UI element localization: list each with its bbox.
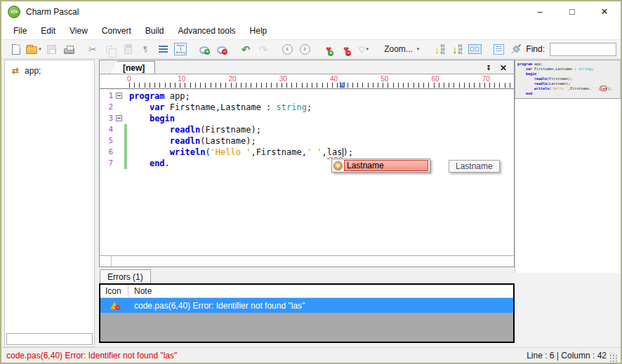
open-file-button[interactable]: ▾ [26, 41, 41, 57]
navigate-forward-button[interactable]: › [297, 41, 312, 57]
add-favorite-button[interactable]: ♥+ [321, 41, 336, 57]
binary-download-green-icon: ↓01 10 01 [452, 44, 463, 55]
status-bar: code.pas(6,40) Error: Identifier not fou… [1, 347, 621, 363]
title-bar: </> Charm Pascal – □ ✕ [1, 1, 621, 22]
errors-tab-bar: Errors (1) [99, 267, 515, 283]
tab-list-dropdown-icon[interactable]: ▾▾ [487, 65, 490, 71]
column-header-note[interactable]: Note [128, 286, 152, 296]
editor-column: [new] ▾▾ ✕ 010203040506070 1program app;… [99, 60, 515, 347]
region-fold-button[interactable]: RegionBending [173, 41, 188, 57]
menu-bar: FileEditViewConvertBuildAdvanced toolsHe… [1, 22, 621, 39]
extract-binary-button[interactable]: ↓01 10 01 [449, 41, 465, 57]
undo-button[interactable]: ↶ [238, 41, 253, 57]
close-tab-icon[interactable]: ✕ [500, 65, 507, 72]
menu-item[interactable]: View [62, 24, 95, 38]
pilcrow-icon: ¶ [143, 45, 147, 53]
menu-item[interactable]: Build [138, 24, 171, 38]
todo-list-button[interactable] [491, 41, 506, 57]
column-header-icon[interactable]: Icon [100, 285, 128, 297]
save-button[interactable] [44, 41, 59, 57]
new-file-button[interactable] [8, 41, 24, 57]
insert-binary-button[interactable]: ↓01 10 01 [432, 41, 447, 57]
editor-tab-bar: [new] ▾▾ ✕ [100, 60, 514, 74]
console-panel-button[interactable] [467, 41, 482, 57]
copy-button[interactable] [102, 41, 118, 57]
editor-horizontal-scrollbar[interactable] [100, 255, 514, 267]
cut-button[interactable]: ✂ [85, 41, 100, 57]
code-editor[interactable]: 1program app;2 var Firstname,Lastname : … [100, 89, 514, 255]
code-line: 5 readln(Lastname); [100, 135, 514, 147]
comment-add-icon: + [199, 46, 209, 54]
comment-remove-icon: − [217, 46, 227, 54]
close-button[interactable]: ✕ [588, 1, 621, 22]
errors-table: Icon Note code.pas(6,40) Error: Identifi… [99, 283, 515, 343]
code-line: program app; [517, 62, 620, 67]
dropdown-arrow-icon: ▾ [39, 46, 41, 52]
code-line: 3 begin [100, 113, 514, 124]
code-line: end. [517, 91, 620, 96]
program-node-icon: ⇄ [12, 66, 19, 76]
tab-new[interactable]: [new] [110, 61, 155, 74]
todo-list-icon [494, 44, 504, 55]
show-paragraph-marks-button[interactable]: ¶ [138, 41, 153, 57]
code-minimap[interactable]: program app; var Firstname,Lastname : st… [515, 60, 621, 99]
ruler-ticks [129, 83, 512, 88]
syringe-icon [510, 43, 522, 55]
code-line: writeln('Hello ',Firstname,' ',las); [517, 86, 620, 91]
print-button[interactable] [61, 41, 77, 57]
code-line: var Firstname,Lastname : string; [517, 67, 620, 72]
heart-add-icon: ♥+ [326, 44, 331, 54]
find-label: Find: [526, 44, 545, 54]
open-folder-icon [26, 46, 37, 54]
format-lines-button[interactable] [155, 41, 171, 57]
toolbar: ▾ ✂ ¶ RegionBending + − ↶ ↷ ‹ › ♥+ ♥− ♥▾… [1, 39, 621, 59]
warning-icon [110, 302, 119, 309]
save-icon [47, 45, 56, 54]
remove-favorite-button[interactable]: ♥− [338, 41, 354, 57]
redo-button[interactable]: ↷ [256, 41, 271, 57]
minimize-button[interactable]: – [524, 1, 556, 22]
new-file-icon [12, 44, 20, 55]
project-tree: ⇄ app; [5, 60, 94, 79]
menu-item[interactable]: Edit [34, 24, 62, 38]
minimap-panel: program app; var Firstname,Lastname : st… [515, 60, 621, 347]
ruler-number: 10 [178, 75, 185, 83]
panel-filler [515, 273, 621, 347]
column-ruler: 010203040506070 [100, 74, 514, 89]
favorites-menu-button[interactable]: ♥▾ [356, 41, 371, 57]
ruler-number: 40 [330, 75, 338, 83]
binary-download-yellow-icon: ↓01 10 01 [435, 44, 445, 55]
zoom-label: Zoom... [384, 44, 413, 54]
navigate-back-button[interactable]: ‹ [279, 41, 295, 57]
app-window: </> Charm Pascal – □ ✕ FileEditViewConve… [0, 0, 622, 364]
sidebar-horizontal-scrollbar[interactable] [6, 333, 93, 345]
menu-item[interactable]: Convert [95, 24, 138, 38]
zoom-menu-button[interactable]: Zoom...▾ [380, 43, 423, 55]
autocomplete-selected-item[interactable]: Lastname [344, 160, 428, 171]
autocomplete-tooltip: Lastname [449, 160, 500, 173]
menu-item[interactable]: Help [243, 24, 274, 38]
errors-table-header: Icon Note [100, 285, 513, 298]
dropdown-arrow-icon: ▾ [417, 46, 420, 52]
tree-item-app[interactable]: ⇄ app; [5, 60, 94, 79]
paste-button[interactable] [120, 41, 135, 57]
remove-comment-button[interactable]: − [214, 41, 230, 57]
find-input[interactable] [550, 43, 616, 56]
menu-item[interactable]: File [6, 24, 34, 38]
caret-position-indicator: Line : 6 | Column : 42 [527, 351, 607, 360]
resize-grip[interactable] [610, 355, 618, 363]
maximize-button[interactable]: □ [556, 1, 588, 22]
menu-item[interactable]: Advanced tools [171, 24, 243, 38]
tab-errors[interactable]: Errors (1) [100, 269, 151, 283]
error-row[interactable]: code.pas(6,40) Error: Identifier not fou… [100, 298, 513, 313]
minimap-empty-area [515, 99, 621, 273]
region-fold-icon: RegionBending [174, 43, 187, 55]
app-logo-icon: </> [8, 6, 20, 18]
tree-item-label: app; [25, 66, 41, 76]
print-icon [64, 48, 74, 54]
ruler-number: 0 [127, 75, 131, 83]
autocomplete-popup[interactable]: v Lastname [331, 159, 430, 173]
forward-icon: › [300, 44, 310, 55]
add-comment-button[interactable]: + [197, 41, 212, 57]
inject-button[interactable] [508, 41, 524, 57]
